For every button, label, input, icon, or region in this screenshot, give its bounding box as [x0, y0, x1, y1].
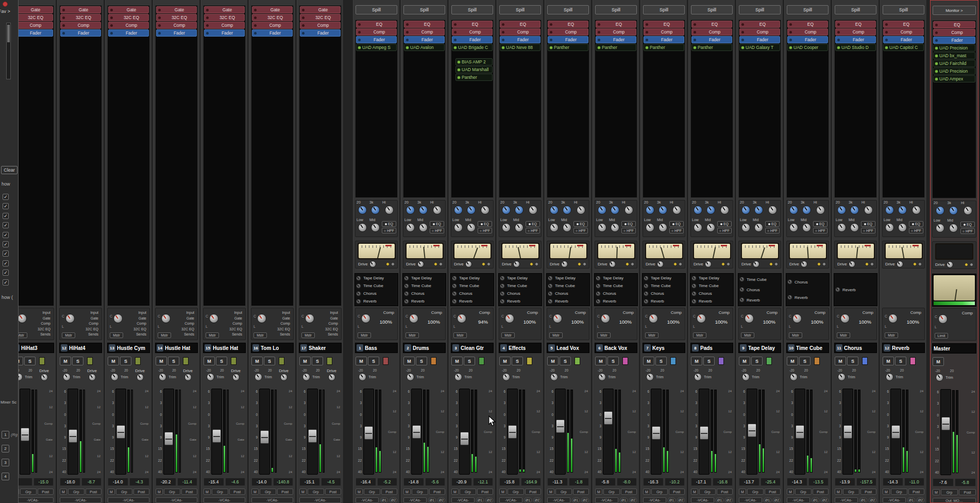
send-row[interactable]: Tape Delay [356, 275, 397, 282]
peak-readout[interactable]: -164.9 [521, 478, 542, 486]
eq-enable-button[interactable]: EQ [813, 221, 827, 227]
eq-low-gain-knob[interactable] [694, 223, 702, 232]
eq-hpf-freq-knob[interactable] [837, 206, 846, 214]
processor-comp[interactable]: Comp [356, 28, 397, 36]
eq-low-gain-knob[interactable] [454, 223, 463, 232]
meter-point-button[interactable]: Post [717, 489, 733, 495]
send-knob[interactable] [548, 276, 553, 281]
mute-button[interactable]: M [547, 357, 559, 365]
comp-knob[interactable] [745, 314, 754, 323]
phase-1-button[interactable]: Ø1 [572, 497, 580, 503]
eq-mid-gain-knob[interactable] [949, 224, 958, 232]
hpf-enable-button[interactable]: HPF [573, 228, 588, 233]
phase-1-button[interactable]: Ø1 [668, 497, 675, 503]
processor-box[interactable]: Gate32C EQCompFader [107, 5, 150, 306]
strip-name-row[interactable]: 15Hustle Hat [203, 343, 246, 353]
vca-button[interactable]: -VCAs- [108, 497, 149, 503]
trim-knob[interactable] [502, 373, 510, 381]
vca-button[interactable]: -VCAs- [883, 497, 906, 503]
automation-mode-button[interactable]: M [156, 489, 163, 495]
plugin-slot[interactable]: Panther [691, 44, 732, 51]
processor-comp[interactable]: Comp [452, 28, 493, 36]
trim-knob[interactable] [742, 373, 750, 381]
fader-slot[interactable] [163, 389, 174, 475]
automation-mode-button[interactable]: M [643, 489, 650, 495]
eq-low-gain-knob[interactable] [502, 223, 511, 232]
solo-button[interactable]: S [72, 357, 83, 365]
spill-button[interactable]: Spill [691, 5, 733, 14]
processor-fader[interactable]: Fader [60, 29, 101, 37]
processor-comp[interactable]: Comp [204, 22, 245, 29]
show-checkbox[interactable]: ✓ [3, 279, 9, 286]
processor-comp[interactable]: Comp [60, 22, 101, 29]
send-knob[interactable] [691, 283, 697, 289]
strip-name-row[interactable]: 13Hustle Cym [107, 343, 150, 353]
processor-fader[interactable]: Fader [933, 37, 975, 44]
gain-readout[interactable]: -20.2 [156, 478, 176, 486]
drive-knob[interactable] [89, 374, 96, 381]
mute-button[interactable]: M [595, 357, 606, 365]
processor-eq[interactable]: EQ [596, 21, 636, 28]
processor-box[interactable]: Gate32C EQCompFader [251, 5, 294, 306]
fader-handle[interactable] [460, 432, 469, 445]
send-row[interactable]: Time Cube [548, 282, 588, 290]
solo-button[interactable]: S [512, 357, 523, 365]
eq-hi-gain-knob[interactable] [481, 206, 489, 214]
peak-readout[interactable]: -16.8 [713, 478, 733, 486]
comp-knob[interactable] [888, 314, 898, 323]
show-checkbox[interactable]: ✓ [3, 213, 9, 219]
fader-handle[interactable] [412, 425, 421, 439]
fader-slot[interactable] [890, 389, 901, 475]
gain-readout[interactable]: -14.3 [883, 478, 903, 486]
plugin-slot[interactable]: UAD Galaxy T [739, 44, 780, 51]
send-knob[interactable] [691, 291, 697, 296]
mstr-assign-button[interactable]: Mstr [62, 332, 75, 338]
fader-handle[interactable] [508, 425, 517, 439]
comp-knob[interactable] [938, 314, 948, 324]
send-row[interactable]: Reverb [691, 298, 732, 305]
vca-button[interactable]: -VCAs- [451, 497, 475, 503]
fader-slot[interactable] [940, 389, 951, 475]
send-row[interactable]: Reverb [596, 298, 636, 305]
trim-knob[interactable] [359, 373, 366, 381]
fader-slot[interactable] [842, 389, 853, 475]
mute-button[interactable]: M [108, 357, 119, 365]
phase-2-button[interactable]: Ø2 [437, 497, 445, 503]
eq-hi-gain-knob[interactable] [433, 206, 442, 214]
processor-32c-eq[interactable]: 32C EQ [108, 14, 149, 21]
send-row[interactable]: Chorus [691, 290, 732, 297]
drive-knob[interactable] [947, 261, 953, 268]
processor-eq[interactable]: EQ [500, 21, 540, 28]
meter-point-button[interactable]: Post [765, 489, 781, 495]
solo-button[interactable]: S [24, 357, 36, 365]
group-button[interactable]: Grp [747, 489, 764, 495]
send-knob[interactable] [500, 276, 505, 281]
fader-slot[interactable] [747, 389, 757, 475]
eq-low-gain-knob[interactable] [837, 223, 846, 232]
processor-32c-eq[interactable]: 32C EQ [252, 14, 293, 21]
eq-hpf-freq-knob[interactable] [885, 206, 894, 214]
processor-fader[interactable]: Fader [835, 36, 876, 43]
eq-mid-gain-knob[interactable] [515, 223, 523, 232]
comp-knob[interactable] [457, 314, 466, 323]
send-knob[interactable] [644, 291, 649, 296]
eq-low-gain-knob[interactable] [358, 223, 367, 232]
send-knob[interactable] [404, 276, 409, 281]
phase-1-button[interactable]: Ø1 [716, 497, 723, 503]
show-checkbox[interactable]: ✓ [3, 260, 9, 266]
eq-mid-freq-knob[interactable] [898, 206, 907, 214]
vca-button[interactable]: -VCAs- [499, 497, 522, 503]
drive-knob[interactable] [137, 374, 144, 381]
meter-point-button[interactable]: Post [229, 489, 246, 495]
trim-knob[interactable] [407, 373, 414, 381]
fader-slot[interactable] [307, 389, 318, 475]
group-button[interactable]: Grp [116, 489, 132, 495]
processor-fader[interactable]: Fader [500, 36, 540, 43]
fader-handle[interactable] [260, 430, 269, 444]
eq-mid-gain-knob[interactable] [467, 223, 476, 232]
spill-button[interactable]: Spill [595, 5, 637, 14]
comp-knob[interactable] [601, 314, 610, 323]
eq-mid-freq-knob[interactable] [563, 206, 571, 214]
comp-knob[interactable] [649, 314, 658, 323]
meter-point-button[interactable]: Post [429, 489, 446, 495]
